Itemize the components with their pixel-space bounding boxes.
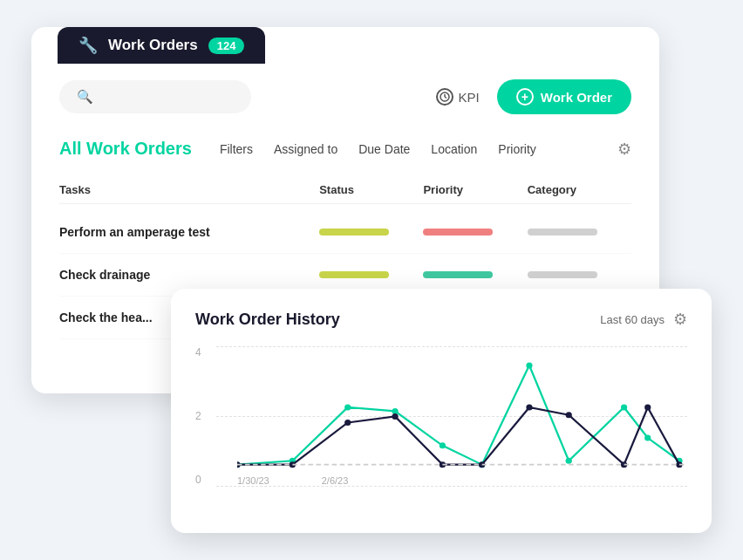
x-labels: 1/30/23 2/6/23	[237, 475, 687, 486]
filter-assigned-to[interactable]: Assigned to	[274, 142, 337, 156]
y-label-4: 4	[195, 346, 201, 359]
header-priority: Priority	[423, 183, 527, 196]
header-status: Status	[319, 183, 423, 196]
category-pill	[528, 271, 631, 278]
x-label-1: 1/30/23	[237, 475, 269, 486]
search-input[interactable]	[100, 90, 240, 104]
search-icon: 🔍	[77, 89, 93, 105]
svg-point-16	[344, 420, 351, 426]
table-header: Tasks Status Priority Category	[59, 176, 631, 204]
filter-priority[interactable]: Priority	[498, 142, 536, 156]
chart-area: 4 2 0	[195, 346, 687, 503]
kpi-label: KPI	[459, 90, 480, 105]
chart-card: Work Order History Last 60 days ⚙ 4 2 0	[171, 289, 712, 533]
kpi-button[interactable]: KPI	[436, 88, 480, 106]
y-label-2: 2	[195, 410, 201, 422]
grid-line-bottom	[216, 486, 687, 487]
chart-settings-icon[interactable]: ⚙	[673, 310, 687, 329]
filter-due-date[interactable]: Due Date	[358, 142, 410, 156]
svg-point-20	[526, 405, 532, 411]
topbar-badge: 124	[208, 38, 245, 54]
svg-point-9	[526, 362, 532, 368]
priority-pill	[423, 271, 527, 278]
svg-point-7	[440, 442, 446, 448]
task-name: Check drainage	[59, 268, 319, 282]
page-title: All Work Orders	[59, 139, 192, 159]
search-box[interactable]: 🔍	[59, 80, 251, 113]
chart-header: Work Order History Last 60 days ⚙	[195, 310, 687, 329]
chart-meta: Last 60 days ⚙	[600, 310, 687, 329]
right-actions: KPI + Work Order	[436, 79, 631, 114]
header-category: Category	[528, 183, 631, 196]
wrench-icon: 🔧	[78, 36, 98, 55]
top-bar: 🔧 Work Orders 124	[58, 27, 265, 64]
plus-icon: +	[516, 88, 534, 106]
chart-grid-area: 1/30/23 2/6/23	[216, 346, 687, 486]
chart-svg	[237, 346, 687, 468]
work-order-label: Work Order	[541, 90, 612, 105]
status-pill	[319, 229, 423, 236]
x-label-2: 2/6/23	[322, 475, 349, 486]
svg-point-10	[566, 458, 572, 464]
svg-point-23	[644, 405, 651, 411]
y-label-0: 0	[195, 474, 201, 486]
filter-location[interactable]: Location	[431, 142, 477, 156]
table-row: Perform an amperage test	[59, 211, 631, 254]
scene: 🔧 Work Orders 124 🔍	[31, 27, 712, 533]
svg-point-12	[644, 435, 651, 441]
svg-point-21	[566, 412, 572, 418]
svg-point-11	[621, 405, 627, 411]
chart-y-labels: 4 2 0	[195, 346, 201, 503]
topbar-title: Work Orders	[108, 37, 198, 54]
chart-period: Last 60 days	[600, 313, 665, 326]
task-name: Perform an amperage test	[59, 225, 319, 239]
status-pill	[319, 271, 423, 278]
priority-pill	[423, 229, 527, 236]
work-order-button[interactable]: + Work Order	[497, 79, 631, 114]
kpi-circle-icon	[436, 88, 453, 106]
svg-point-6	[392, 408, 398, 414]
svg-point-5	[344, 405, 351, 411]
settings-icon[interactable]: ⚙	[617, 140, 631, 159]
filter-filters[interactable]: Filters	[220, 142, 253, 156]
chart-title: Work Order History	[195, 311, 340, 329]
svg-point-17	[392, 413, 398, 420]
category-pill	[528, 229, 631, 236]
filters-row: All Work Orders Filters Assigned to Due …	[59, 139, 631, 159]
action-bar: 🔍 KPI	[59, 79, 631, 114]
header-tasks: Tasks	[59, 183, 319, 196]
svg-line-2	[445, 97, 446, 99]
